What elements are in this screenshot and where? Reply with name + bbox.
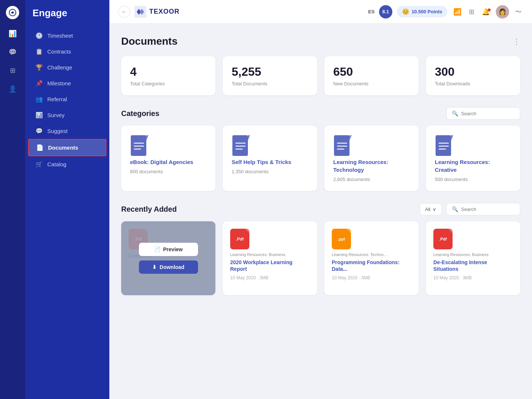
doc-name-2: 2020 Workplace Learning Report [230, 259, 310, 272]
stats-row: 4 Total Categories 5,255 Total Documents… [121, 56, 520, 95]
topbar: ← TEXOOR ES 8.1 😊 10.500 Points 📶 ⊞ 🔔 👩 … [109, 0, 532, 24]
category-card-creative[interactable]: Learning Resources: Creative 500 documen… [426, 126, 520, 191]
doc-name-3: Programming Foundations: Data... [332, 259, 411, 272]
sidebar-label-timesheet: Timesheet [47, 33, 73, 39]
sidebar-item-catalog[interactable]: 🛒 Catalog [28, 156, 106, 172]
pdf-label-4: .Pdf [439, 237, 447, 241]
language-selector[interactable]: ES [368, 9, 375, 14]
download-button[interactable]: ⬇ Download [139, 260, 198, 274]
points-display: 😊 10.500 Points [397, 6, 447, 17]
sidebar-item-challenge[interactable]: 🏆 Challenge [28, 59, 106, 75]
category-card-tech[interactable]: Learning Resources: Technology 2,605 doc… [324, 126, 419, 191]
referral-icon: 👥 [35, 96, 43, 103]
categories-section-header: Categories 🔍 [121, 107, 520, 120]
doc-card-3[interactable]: .ppt Learning Resources: Techno... Progr… [324, 221, 419, 295]
sidebar-item-referral[interactable]: 👥 Referral [28, 91, 106, 107]
category-count-ebook: 800 documents [130, 169, 207, 174]
sidebar-label-milestone: Milestone [47, 80, 71, 86]
milestone-icon: 📌 [35, 80, 43, 87]
sidebar-item-documents[interactable]: 📄 Documents [28, 139, 106, 156]
svg-rect-10 [235, 146, 246, 147]
svg-rect-5 [134, 146, 144, 147]
svg-rect-19 [439, 143, 449, 144]
stat-label-documents: Total Documents [232, 81, 308, 86]
recently-search-input[interactable] [461, 207, 515, 212]
categories-search-input[interactable] [461, 111, 515, 116]
recently-search-box[interactable]: 🔍 [446, 203, 520, 215]
documents-icon: 📄 [36, 144, 44, 151]
rail-logo[interactable] [6, 6, 19, 19]
preview-button[interactable]: 📄 Preview [139, 243, 198, 256]
doc-meta-2: 10 May 2020 · 3MB [230, 275, 310, 280]
doc-file-icon-3: .ppt [332, 229, 351, 249]
notification-dot [488, 8, 491, 11]
stat-card-categories: 4 Total Categories [121, 56, 215, 95]
doc-card-2[interactable]: .Pdf Learning Resources: Business 2020 W… [223, 221, 317, 295]
categories-search-box[interactable]: 🔍 [446, 107, 520, 120]
svg-marker-8 [248, 135, 250, 140]
sidebar-label-challenge: Challenge [47, 64, 72, 71]
doc-category-3: Learning Resources: Techno... [332, 252, 411, 257]
rail-grid-icon[interactable]: ⊞ [10, 66, 16, 75]
category-card-ebook[interactable]: eBook: Digital Agencies 800 documents [121, 126, 215, 191]
brand-icon [134, 6, 146, 18]
svg-rect-15 [337, 146, 347, 147]
page-more-button[interactable]: ⋮ [513, 37, 520, 46]
back-button[interactable]: ← [118, 6, 130, 18]
svg-rect-4 [134, 143, 144, 144]
wifi-icon: 📶 [452, 6, 463, 17]
sidebar-item-survey[interactable]: 📊 Survey [28, 107, 106, 123]
category-count-creative: 500 documents [435, 177, 511, 182]
pdf-label-2: .Pdf [236, 237, 244, 241]
bell-icon: 🔔 [480, 7, 491, 17]
main-area: ← TEXOOR ES 8.1 😊 10.500 Points 📶 ⊞ 🔔 👩 … [109, 0, 532, 399]
svg-rect-6 [134, 149, 141, 150]
category-doc-icon-tech [333, 134, 352, 157]
filter-dropdown[interactable]: All ∨ [420, 203, 442, 215]
user-avatar[interactable]: 👩 [496, 5, 509, 18]
svg-rect-16 [337, 149, 344, 150]
categories-search-icon: 🔍 [452, 110, 458, 116]
sidebar-label-suggest: Suggest [47, 128, 68, 134]
points-icon: 😊 [402, 8, 409, 15]
category-name-creative: Learning Resources: Creative [435, 158, 511, 174]
rail-chat-icon[interactable]: 💬 [8, 48, 17, 56]
stat-label-new: New Documents [333, 81, 410, 86]
survey-icon: 📊 [35, 112, 43, 119]
stat-number-categories: 4 [130, 65, 207, 79]
rail: 📊 💬 ⊞ 👤 [0, 0, 25, 399]
activity-icon: 〜 [514, 6, 523, 18]
category-doc-icon-selfhelp [232, 134, 251, 157]
rail-user-icon[interactable]: 👤 [8, 85, 17, 93]
stat-label-downloads: Total Downloads [435, 81, 511, 86]
doc-file-icon-2: .Pdf [230, 229, 249, 249]
doc-card-4[interactable]: .Pdf Learning Resources: Business De-Esc… [426, 221, 520, 295]
filter-label: All [425, 207, 430, 212]
doc-card-highlighted[interactable]: .Pdf 📄 Preview ⬇ Download Contracts 10 [121, 221, 215, 295]
page-title: Documents [121, 35, 177, 47]
categories-grid: eBook: Digital Agencies 800 documents Se… [121, 126, 520, 191]
category-card-selfhelp[interactable]: Self Help Tips & Tricks 1,350 documents [223, 126, 317, 191]
svg-marker-3 [146, 135, 149, 140]
category-doc-icon-ebook [130, 134, 149, 157]
rail-chart-icon[interactable]: 📊 [8, 30, 17, 38]
docs-grid: .Pdf 📄 Preview ⬇ Download Contracts 10 [121, 221, 520, 295]
brand-name: TEXOOR [149, 8, 180, 16]
challenge-icon: 🏆 [35, 64, 43, 71]
stat-card-documents: 5,255 Total Documents [223, 56, 317, 95]
category-count-selfhelp: 1,350 documents [232, 169, 308, 174]
sidebar: Engage 🕐 Timesheet 📋 Contracts 🏆 Challen… [25, 0, 109, 399]
grid-icon[interactable]: ⊞ [467, 6, 476, 17]
recently-search-icon: 🔍 [452, 206, 458, 212]
doc-category-2: Learning Resources: Business [230, 252, 310, 257]
sidebar-item-contracts[interactable]: 📋 Contracts [28, 44, 106, 59]
sidebar-item-suggest[interactable]: 💬 Suggest [28, 123, 106, 139]
sidebar-label-documents: Documents [48, 144, 78, 151]
suggest-icon: 💬 [35, 127, 43, 134]
notification-button[interactable]: 🔔 [480, 8, 491, 16]
timesheet-icon: 🕐 [35, 32, 43, 39]
svg-rect-9 [235, 143, 246, 144]
stat-label-categories: Total Categories [130, 81, 207, 86]
sidebar-item-milestone[interactable]: 📌 Milestone [28, 75, 106, 91]
sidebar-item-timesheet[interactable]: 🕐 Timesheet [28, 28, 106, 44]
